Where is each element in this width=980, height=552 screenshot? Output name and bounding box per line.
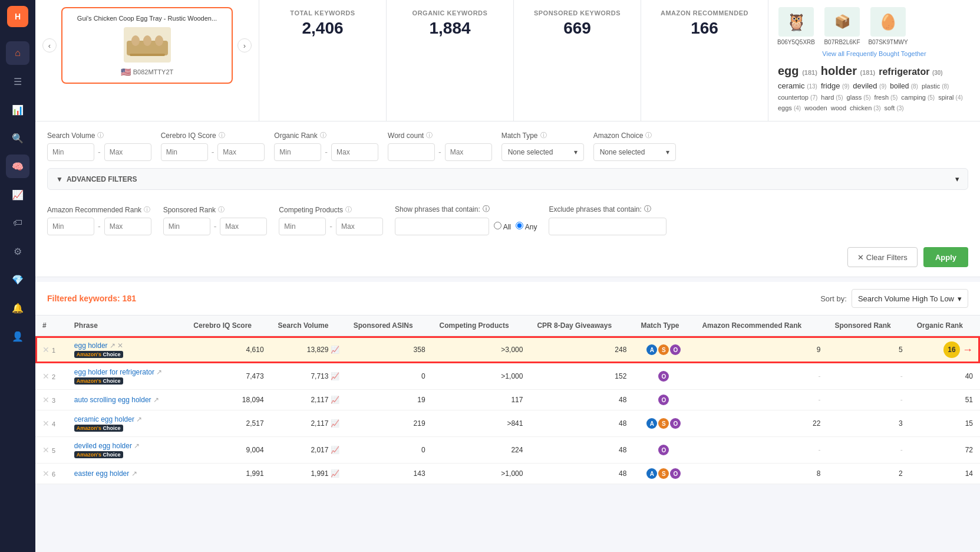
phrase-link[interactable]: deviled egg holder (74, 442, 132, 450)
search-volume-min[interactable] (47, 143, 94, 161)
asin-card-2[interactable]: 📦 B07RB2L6KF (821, 7, 863, 45)
show-phrases-input[interactable]: egg holder (395, 218, 489, 235)
row-delete-icon[interactable]: ✕ (42, 469, 50, 478)
sponsored-rank-cell: - (827, 437, 909, 464)
sidebar-item-premium[interactable]: 💎 (6, 268, 29, 291)
organic-rank-max[interactable] (331, 143, 378, 161)
sort-chevron-icon: ▾ (958, 294, 962, 303)
sidebar-logo: H (7, 6, 28, 27)
apply-button[interactable]: Apply (923, 247, 968, 267)
sponsored-rank-max[interactable] (220, 218, 267, 235)
asin-card-3[interactable]: 🥚 B07SK9TMWY (867, 7, 909, 45)
phrase-delete-icon[interactable]: ✕ (117, 341, 123, 350)
sidebar-item-home[interactable]: ⌂ (6, 41, 29, 65)
match-type-cell: O (633, 437, 695, 464)
amazon-choice-badge: Amazon's Choice (74, 351, 123, 358)
organic-rank-min[interactable] (274, 143, 321, 161)
word-spiral: spiral (4) (938, 94, 963, 101)
phrase-external-link-icon[interactable]: ↗ (134, 442, 140, 450)
sort-select-button[interactable]: Search Volume High To Low ▾ (852, 289, 968, 308)
match-badge-o: O (670, 418, 681, 429)
all-radio[interactable] (494, 222, 501, 229)
cerebro-iq-max[interactable] (217, 143, 265, 161)
organic-rank-highlighted: 16 → (943, 341, 973, 358)
phrase-external-link-icon[interactable]: ↗ (153, 396, 159, 404)
exclude-phrases-input[interactable] (549, 218, 666, 235)
organic-rank-info-icon: ⓘ (320, 131, 326, 140)
row-delete-icon[interactable]: ✕ (42, 372, 50, 381)
asin-card-1[interactable]: 🦉 B06Y5Q5XRB (776, 7, 817, 45)
word-count-min[interactable]: 2 (388, 143, 435, 161)
row-num: ✕2 (35, 363, 67, 390)
sidebar-item-trends[interactable]: 📈 (6, 183, 29, 206)
trend-chart-icon[interactable]: 📈 (331, 419, 339, 428)
sidebar-item-analytics[interactable]: 📊 (6, 98, 29, 121)
amazon-recommended-rank-cell: 8 (695, 464, 827, 484)
row-delete-icon[interactable]: ✕ (42, 345, 50, 354)
any-radio[interactable] (516, 222, 523, 229)
all-radio-label[interactable]: All (494, 222, 511, 231)
row-delete-icon[interactable]: ✕ (42, 395, 50, 405)
amazon-recommended-rank-min[interactable] (47, 218, 94, 235)
competing-products-min[interactable] (279, 218, 326, 235)
phrase-link[interactable]: ceramic egg holder (74, 415, 134, 423)
sidebar-item-search[interactable]: 🔍 (6, 126, 29, 150)
phrase-link[interactable]: auto scrolling egg holder (74, 396, 151, 404)
cerebro-iq-cell: 4,610 (186, 336, 270, 363)
phrase-external-link-icon[interactable]: ↗ (156, 368, 162, 376)
cerebro-iq-info-icon: ⓘ (219, 131, 225, 140)
sidebar-item-profile[interactable]: 👤 (6, 324, 29, 348)
sponsored-rank-min[interactable] (163, 218, 210, 235)
row-num: ✕5 (35, 437, 67, 464)
match-type-select[interactable]: None selected ▾ (501, 143, 584, 161)
table-section: Filtered keywords: 181 Sort by: Search V… (35, 282, 980, 484)
sponsored-asins-cell: 19 (347, 390, 433, 410)
keywords-table: # Phrase Cerebro IQ Score Search Volume … (35, 316, 980, 484)
phrase-external-link-icon[interactable]: ↗ (136, 415, 142, 423)
row-delete-icon[interactable]: ✕ (42, 445, 50, 455)
word-eggs: eggs (4) (778, 104, 801, 111)
trend-chart-icon[interactable]: 📈 (331, 446, 339, 454)
trend-chart-icon[interactable]: 📈 (331, 346, 339, 354)
phrase-external-link-icon[interactable]: ↗ (110, 341, 116, 350)
match-type-info-icon: ⓘ (540, 131, 547, 140)
trend-chart-icon[interactable]: 📈 (331, 372, 339, 380)
phrase-external-link-icon[interactable]: ↗ (131, 469, 137, 478)
word-wooden: wooden (804, 104, 827, 111)
product-image (124, 27, 171, 63)
sidebar: H ⌂ ☰ 📊 🔍 🧠 📈 🏷 ⚙ 💎 🔔 👤 (0, 0, 35, 552)
col-cpr: CPR 8-Day Giveaways (530, 316, 633, 336)
competing-products-max[interactable] (336, 218, 383, 235)
advanced-filters-bar[interactable]: ▼ ADVANCED FILTERS ▾ (47, 168, 968, 190)
cerebro-iq-min[interactable] (161, 143, 208, 161)
sidebar-item-cerebro[interactable]: 🧠 (6, 155, 29, 178)
phrase-link[interactable]: egg holder (74, 341, 108, 350)
sidebar-item-list[interactable]: ☰ (6, 70, 29, 93)
phrase-link[interactable]: egg holder for refrigerator (74, 368, 154, 376)
word-holder: holder (181) (821, 64, 875, 78)
match-type-label: Match Type ⓘ (501, 131, 584, 140)
asin-image-3: 🥚 (870, 7, 906, 37)
trend-chart-icon[interactable]: 📈 (331, 469, 339, 478)
word-count-max[interactable] (445, 143, 492, 161)
phrase-link[interactable]: easter egg holder (74, 469, 129, 478)
amazon-choice-select[interactable]: None selected ▾ (593, 143, 676, 161)
carousel-prev-arrow[interactable]: ‹ (42, 38, 57, 52)
sponsored-asins-cell: 219 (347, 410, 433, 437)
sidebar-item-tools[interactable]: ⚙ (6, 239, 29, 263)
match-type-cell: O (633, 390, 695, 410)
word-count-label: Word count ⓘ (388, 131, 492, 140)
organic-rank-cell: 14 (910, 464, 980, 484)
search-volume-max[interactable] (104, 143, 151, 161)
carousel-next-arrow[interactable]: › (237, 38, 252, 52)
sidebar-item-notifications[interactable]: 🔔 (6, 296, 29, 320)
clear-filters-button[interactable]: ✕ Clear Filters (847, 247, 918, 267)
any-radio-label[interactable]: Any (516, 222, 537, 231)
word-chicken: chicken (3) (850, 104, 881, 111)
row-delete-icon[interactable]: ✕ (42, 419, 50, 428)
stat-amazon-recommended-label: AMAZON RECOMMENDED (651, 9, 758, 17)
amazon-recommended-rank-max[interactable] (104, 218, 151, 235)
view-all-link[interactable]: View all Frequently Bought Together (776, 50, 973, 57)
sidebar-item-tags[interactable]: 🏷 (6, 211, 29, 235)
trend-chart-icon[interactable]: 📈 (331, 396, 339, 404)
